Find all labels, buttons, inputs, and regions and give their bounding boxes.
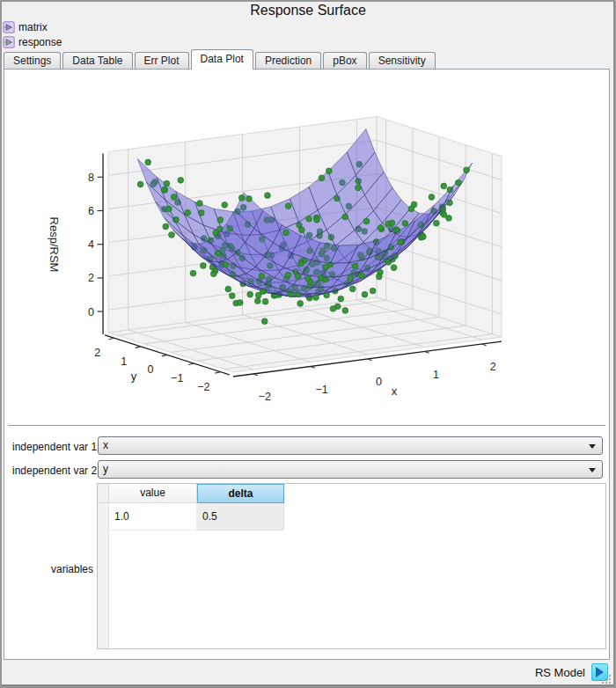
resize-grip[interactable] bbox=[601, 674, 612, 684]
svg-text:y: y bbox=[131, 370, 137, 383]
variables-table: value delta z 1.0 0.5 bbox=[97, 483, 606, 649]
svg-text:8: 8 bbox=[88, 172, 94, 184]
tab-settings[interactable]: Settings bbox=[4, 52, 61, 70]
independent-var-2-label: independent var 2 bbox=[12, 465, 97, 477]
plot-controls-divider bbox=[8, 425, 605, 426]
svg-text:2: 2 bbox=[490, 361, 496, 373]
svg-text:Resp/RSM: Resp/RSM bbox=[48, 217, 61, 273]
port-label: matrix bbox=[18, 21, 48, 33]
cell-z-value[interactable]: 1.0 bbox=[109, 503, 197, 531]
svg-text:2: 2 bbox=[94, 347, 100, 359]
tab-pbox[interactable]: pBox bbox=[323, 52, 366, 70]
response-surface-window: Response Surface matrix response Setting… bbox=[0, 0, 616, 688]
svg-text:0: 0 bbox=[88, 306, 94, 318]
port-matrix[interactable]: matrix bbox=[3, 21, 48, 33]
column-header-value[interactable]: value bbox=[109, 484, 197, 503]
svg-text:−2: −2 bbox=[197, 381, 209, 393]
tab-bar: Settings Data Table Err Plot Data Plot P… bbox=[4, 49, 437, 70]
chevron-down-icon bbox=[589, 444, 596, 449]
cell-z-delta[interactable]: 0.5 bbox=[197, 503, 284, 531]
data-plot-panel: −2−1012−2−101202468xyResp/RSM independen… bbox=[4, 69, 610, 660]
tab-err-plot[interactable]: Err Plot bbox=[135, 52, 189, 70]
svg-text:0: 0 bbox=[376, 376, 382, 388]
svg-text:−2: −2 bbox=[259, 391, 271, 403]
independent-var-2-value: y bbox=[103, 463, 108, 475]
tab-data-plot[interactable]: Data Plot bbox=[191, 49, 253, 70]
svg-text:6: 6 bbox=[88, 205, 94, 217]
tab-prediction[interactable]: Prediction bbox=[255, 52, 321, 70]
matrix-port-icon bbox=[3, 21, 15, 33]
column-header-delta[interactable]: delta bbox=[197, 484, 284, 503]
chevron-down-icon bbox=[589, 468, 596, 472]
svg-text:x: x bbox=[392, 384, 398, 398]
independent-var-1-select[interactable]: x bbox=[98, 436, 603, 455]
table-corner-cell bbox=[98, 484, 109, 503]
page-title: Response Surface bbox=[0, 3, 616, 18]
run-rs-model-label: RS Model bbox=[535, 666, 585, 679]
response-port-icon bbox=[3, 36, 15, 48]
response-surface-3d-plot[interactable]: −2−1012−2−101202468xyResp/RSM bbox=[4, 70, 609, 424]
svg-text:2: 2 bbox=[88, 272, 94, 284]
svg-text:1: 1 bbox=[121, 355, 127, 368]
port-label: response bbox=[18, 36, 62, 48]
independent-var-1-value: x bbox=[103, 439, 108, 451]
svg-text:1: 1 bbox=[433, 369, 439, 381]
variables-label: variables bbox=[4, 563, 93, 575]
row-header-strip bbox=[98, 503, 109, 648]
tab-data-table[interactable]: Data Table bbox=[62, 52, 132, 70]
svg-text:−1: −1 bbox=[315, 384, 327, 396]
svg-text:4: 4 bbox=[88, 238, 94, 251]
port-response[interactable]: response bbox=[3, 36, 62, 48]
independent-var-1-label: independent var 1 bbox=[12, 441, 97, 453]
svg-text:−1: −1 bbox=[171, 372, 183, 384]
tab-sensitivity[interactable]: Sensitivity bbox=[369, 52, 436, 70]
independent-var-2-select[interactable]: y bbox=[98, 460, 603, 479]
svg-text:0: 0 bbox=[148, 363, 154, 376]
status-bar: RS Model bbox=[2, 661, 613, 684]
